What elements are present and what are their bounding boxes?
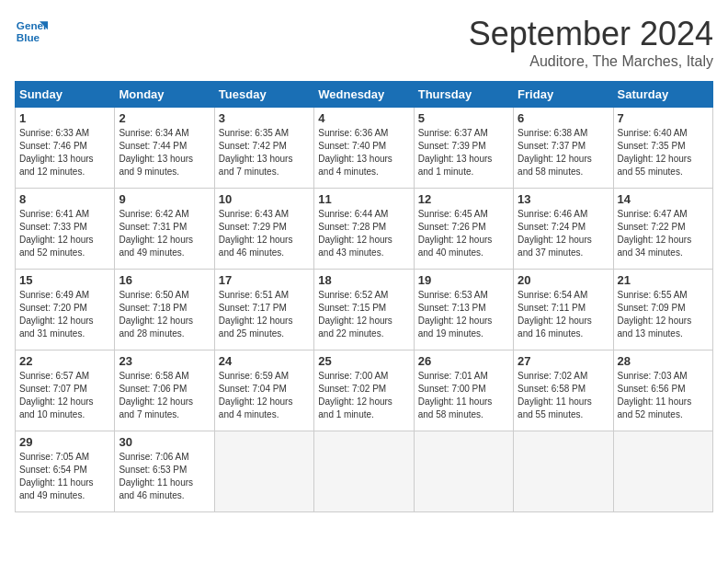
cell-line: Sunset: 7:11 PM <box>518 303 586 313</box>
calendar-cell: 17Sunrise: 6:51 AMSunset: 7:17 PMDayligh… <box>214 270 313 350</box>
calendar-cell: 30Sunrise: 7:06 AMSunset: 6:53 PMDayligh… <box>115 431 214 512</box>
day-number: 12 <box>418 192 509 206</box>
cell-details: Sunrise: 6:40 AMSunset: 7:35 PMDaylight:… <box>618 127 709 178</box>
day-number: 22 <box>19 354 110 368</box>
calendar-cell: 27Sunrise: 7:02 AMSunset: 6:58 PMDayligh… <box>514 350 613 431</box>
cell-details: Sunrise: 6:41 AMSunset: 7:33 PMDaylight:… <box>19 208 110 259</box>
cell-line: Sunset: 7:15 PM <box>318 303 386 313</box>
cell-line: Daylight: 12 hours <box>318 235 392 245</box>
cell-details: Sunrise: 6:35 AMSunset: 7:42 PMDaylight:… <box>219 127 310 178</box>
cell-line: Daylight: 11 hours <box>518 396 592 407</box>
calendar-cell: 12Sunrise: 6:45 AMSunset: 7:26 PMDayligh… <box>414 189 513 270</box>
cell-details: Sunrise: 7:06 AMSunset: 6:53 PMDaylight:… <box>119 451 210 502</box>
cell-line: Sunrise: 6:59 AM <box>219 371 289 381</box>
cell-line: Sunset: 6:53 PM <box>119 465 187 475</box>
cell-line: Daylight: 11 hours <box>119 477 193 488</box>
cell-line: and 58 minutes. <box>518 167 583 177</box>
cell-details: Sunrise: 6:50 AMSunset: 7:18 PMDaylight:… <box>119 289 210 340</box>
cell-line: and 9 minutes. <box>119 167 179 177</box>
cell-details: Sunrise: 6:43 AMSunset: 7:29 PMDaylight:… <box>219 208 310 259</box>
cell-line: and 7 minutes. <box>119 409 179 419</box>
cell-line: and 19 minutes. <box>418 328 483 339</box>
cell-details: Sunrise: 6:47 AMSunset: 7:22 PMDaylight:… <box>618 208 709 259</box>
cell-line: Sunrise: 6:34 AM <box>119 128 188 138</box>
cell-line: Sunrise: 6:35 AM <box>219 128 289 138</box>
cell-line: Sunset: 6:54 PM <box>19 465 87 475</box>
cell-line: Daylight: 12 hours <box>19 235 94 245</box>
cell-line: Sunrise: 6:51 AM <box>219 290 289 300</box>
weekday-header-wednesday: Wednesday <box>314 82 414 108</box>
cell-line: and 1 minute. <box>318 409 374 419</box>
day-number: 10 <box>219 192 310 206</box>
cell-line: and 22 minutes. <box>318 328 383 339</box>
cell-line: Sunrise: 6:54 AM <box>518 290 587 300</box>
cell-line: Sunrise: 6:55 AM <box>618 290 688 300</box>
cell-details: Sunrise: 6:57 AMSunset: 7:07 PMDaylight:… <box>19 370 110 421</box>
day-number: 5 <box>418 111 509 125</box>
cell-line: Sunset: 7:28 PM <box>318 222 386 232</box>
cell-line: and 13 minutes. <box>618 328 683 339</box>
cell-line: Daylight: 12 hours <box>119 235 193 245</box>
cell-line: and 49 minutes. <box>119 247 184 258</box>
day-number: 9 <box>119 192 210 206</box>
day-number: 1 <box>19 111 110 125</box>
cell-line: Sunrise: 6:38 AM <box>518 128 587 138</box>
cell-line: Sunrise: 7:03 AM <box>618 371 688 381</box>
weekday-header-friday: Friday <box>514 82 613 108</box>
cell-line: and 58 minutes. <box>418 409 483 419</box>
day-number: 14 <box>618 192 709 206</box>
calendar-cell: 18Sunrise: 6:52 AMSunset: 7:15 PMDayligh… <box>314 270 414 350</box>
cell-details: Sunrise: 7:01 AMSunset: 7:00 PMDaylight:… <box>418 370 509 421</box>
day-number: 21 <box>618 273 709 287</box>
cell-details: Sunrise: 6:37 AMSunset: 7:39 PMDaylight:… <box>418 127 509 178</box>
cell-line: Daylight: 12 hours <box>219 316 293 326</box>
day-number: 15 <box>19 273 110 287</box>
cell-line: and 37 minutes. <box>518 247 583 258</box>
cell-line: Sunset: 6:58 PM <box>518 384 586 394</box>
month-title: September 2024 <box>469 15 713 53</box>
cell-line: Sunset: 6:56 PM <box>618 384 686 394</box>
cell-line: Sunset: 7:00 PM <box>418 384 486 394</box>
cell-line: Sunset: 7:33 PM <box>19 222 87 232</box>
day-number: 18 <box>318 273 409 287</box>
cell-details: Sunrise: 6:45 AMSunset: 7:26 PMDaylight:… <box>418 208 509 259</box>
cell-line: Sunrise: 6:33 AM <box>19 128 89 138</box>
cell-line: Sunrise: 7:00 AM <box>318 371 388 381</box>
calendar-cell: 24Sunrise: 6:59 AMSunset: 7:04 PMDayligh… <box>214 350 313 431</box>
cell-line: Daylight: 13 hours <box>119 154 193 164</box>
calendar-cell: 8Sunrise: 6:41 AMSunset: 7:33 PMDaylight… <box>16 189 115 270</box>
cell-line: Daylight: 12 hours <box>618 316 692 326</box>
cell-line: Sunrise: 6:40 AM <box>618 128 688 138</box>
cell-details: Sunrise: 6:54 AMSunset: 7:11 PMDaylight:… <box>518 289 609 340</box>
cell-details: Sunrise: 7:03 AMSunset: 6:56 PMDaylight:… <box>618 370 709 421</box>
cell-line: Sunrise: 6:50 AM <box>119 290 188 300</box>
weekday-header-monday: Monday <box>115 82 214 108</box>
cell-line: Sunrise: 6:49 AM <box>19 290 89 300</box>
cell-line: Sunset: 7:42 PM <box>219 141 287 151</box>
logo-icon: General Blue <box>15 15 48 48</box>
cell-line: and 46 minutes. <box>219 247 284 258</box>
cell-line: Daylight: 12 hours <box>618 235 692 245</box>
cell-line: and 52 minutes. <box>618 409 683 419</box>
cell-details: Sunrise: 7:00 AMSunset: 7:02 PMDaylight:… <box>318 370 409 421</box>
cell-line: Daylight: 13 hours <box>318 154 392 164</box>
calendar-cell <box>314 431 414 512</box>
calendar-table: SundayMondayTuesdayWednesdayThursdayFrid… <box>15 81 713 512</box>
cell-line: Daylight: 12 hours <box>418 235 493 245</box>
calendar-cell: 6Sunrise: 6:38 AMSunset: 7:37 PMDaylight… <box>514 108 613 189</box>
day-number: 8 <box>19 192 110 206</box>
calendar-cell: 15Sunrise: 6:49 AMSunset: 7:20 PMDayligh… <box>16 270 115 350</box>
cell-details: Sunrise: 6:33 AMSunset: 7:46 PMDaylight:… <box>19 127 110 178</box>
cell-line: Sunset: 7:13 PM <box>418 303 486 313</box>
cell-details: Sunrise: 7:05 AMSunset: 6:54 PMDaylight:… <box>19 451 110 502</box>
calendar-cell: 16Sunrise: 6:50 AMSunset: 7:18 PMDayligh… <box>115 270 214 350</box>
cell-line: Daylight: 12 hours <box>518 154 592 164</box>
cell-details: Sunrise: 6:49 AMSunset: 7:20 PMDaylight:… <box>19 289 110 340</box>
calendar-cell: 9Sunrise: 6:42 AMSunset: 7:31 PMDaylight… <box>115 189 214 270</box>
day-number: 25 <box>318 354 409 368</box>
calendar-cell: 21Sunrise: 6:55 AMSunset: 7:09 PMDayligh… <box>613 270 712 350</box>
location-title: Auditore, The Marches, Italy <box>469 53 713 70</box>
cell-line: Daylight: 12 hours <box>518 235 592 245</box>
cell-line: Sunrise: 7:02 AM <box>518 371 587 381</box>
calendar-cell: 10Sunrise: 6:43 AMSunset: 7:29 PMDayligh… <box>214 189 313 270</box>
